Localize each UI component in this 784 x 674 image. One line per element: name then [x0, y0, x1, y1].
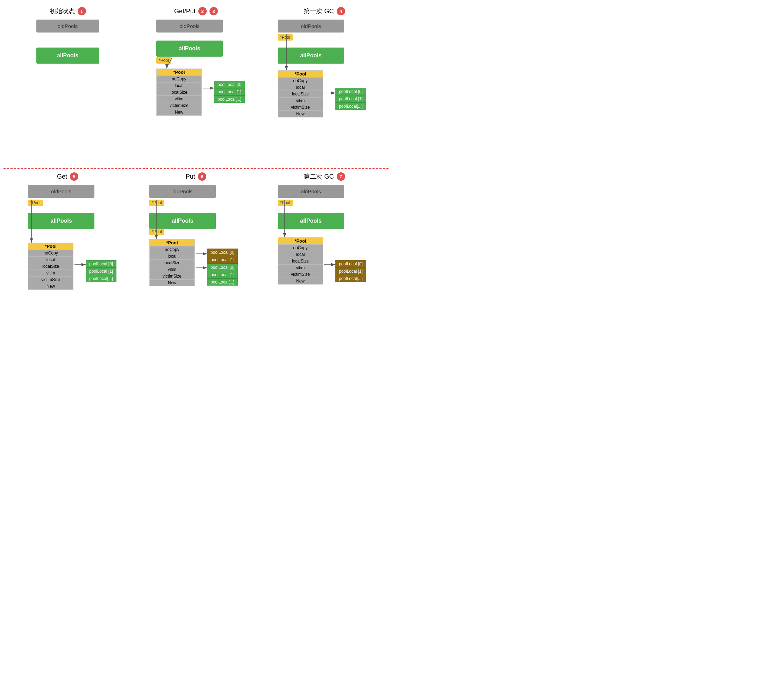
panel-6-poollist: poolLocal [0] poolLocal [1] poolLocal[..… [335, 260, 366, 282]
panel-3: 第一次 GC 4 oldPools *Pool allPools [260, 7, 389, 165]
panel-4: Get 5 oldPools *Pool allPools [3, 172, 132, 330]
allpools-box-1: allPools [36, 48, 99, 64]
panel-5-struct: *Pool noCopy local localSize vitim victi… [149, 239, 195, 286]
panel-4-badge: 5 [70, 172, 78, 181]
panel-6-allpools: allPools [278, 213, 344, 229]
panel-6-badge: 7 [337, 172, 345, 181]
oldpools-box-4: oldPools [28, 185, 95, 198]
oldpools-box-2: oldPools [156, 20, 223, 33]
panel-1-title: 初始状态 1 [50, 7, 86, 16]
panel-5-poollist-vitim: poolLocal [0] poolLocal [1] poolLocal[..… [207, 264, 238, 286]
oldpools-box-5: oldPools [149, 185, 216, 198]
panel-1-inner: oldPools allPools [11, 20, 125, 165]
oldpools-box-3: oldPools [278, 20, 344, 33]
panel-5-title: Put 6 [186, 172, 206, 181]
oldpools-box-1: oldPools [36, 20, 99, 33]
struct-header-4: *Pool [28, 243, 73, 250]
panel-1-badge: 1 [78, 7, 86, 16]
panel-2-badge3: 3 [210, 7, 218, 16]
allpools-box-3: allPools [278, 48, 344, 64]
panel-3-inner: oldPools *Pool allPools *Pool [267, 20, 381, 165]
panel-2-inner: oldPools allPools *Pool *Pool [139, 20, 253, 165]
panel-3-poollist: poolLocal [0] poolLocal [1] poolLocal[..… [335, 88, 366, 110]
panel-5-inner: oldPools *Pool allPools *Pool [139, 185, 253, 330]
panel-1-allpools: allPools [17, 48, 118, 64]
panel-1-oldpools: oldPools [17, 20, 118, 33]
panel-3-struct: *Pool noCopy local localSize vitim victi… [278, 70, 323, 118]
bottom-row: Get 5 oldPools *Pool allPools [0, 169, 392, 337]
struct-header-2: *Pool [157, 69, 201, 76]
panel-5-allpools: allPools [149, 213, 216, 229]
panel-3-allpools: allPools [278, 48, 344, 64]
oldpools-box-6: oldPools [278, 185, 344, 198]
panel-4-pool-label-old: *Pool [28, 200, 43, 206]
panel-6-pool-label-old: *Pool [278, 200, 293, 206]
panel-5-pool-label-old: *Pool [149, 200, 164, 206]
panel-2-allpools: allPools [156, 40, 223, 57]
panel-2-badge2: 2 [198, 7, 207, 16]
panel-6-struct: *Pool noCopy local localSize vitim victi… [278, 238, 323, 284]
struct-header-3: *Pool [278, 71, 323, 77]
panel-2: Get/Put 2 3 oldPools allPools [132, 7, 260, 165]
panel-6-title: 第二次 GC 7 [303, 172, 345, 181]
panel-4-title: Get 5 [57, 172, 78, 181]
top-row: 初始状态 1 oldPools allPools Get/Put [0, 0, 392, 168]
panel-4-allpools: allPools [28, 213, 95, 229]
panel-2-title: Get/Put 2 3 [174, 7, 218, 16]
panel-3-title: 第一次 GC 4 [303, 7, 345, 16]
panel-4-title-text: Get [57, 173, 67, 180]
panel-2-struct: *Pool noCopy local localSize vitim victi… [156, 68, 202, 116]
allpools-box-4: allPools [28, 213, 95, 229]
panel-2-oldpools: oldPools [156, 20, 223, 33]
panel-1-title-text: 初始状态 [50, 7, 75, 16]
panel-2-poollist: poolLocal [0] poolLocal [1] poolLocal[..… [214, 81, 245, 103]
main-container: 初始状态 1 oldPools allPools Get/Put [0, 0, 392, 337]
panel-5-oldpools: oldPools [149, 185, 216, 198]
panel-6-oldpools: oldPools [278, 185, 344, 198]
panel-4-struct: *Pool noCopy local localSize vitim victi… [28, 242, 73, 290]
panel-6-inner: oldPools *Pool allPools *Pool [267, 185, 381, 330]
allpools-box-5: allPools [149, 213, 216, 229]
panel-5: Put 6 oldPools *Pool allPools [132, 172, 260, 330]
panel-3-title-text: 第一次 GC [303, 7, 334, 16]
panel-3-oldpools: oldPools [278, 20, 344, 33]
struct-header-6: *Pool [278, 238, 323, 244]
panel-5-pool-label-all: *Pool [149, 228, 164, 235]
struct-header-5: *Pool [150, 239, 194, 246]
panel-3-badge: 4 [337, 7, 345, 16]
panel-2-title-text: Get/Put [174, 8, 196, 15]
panel-1: 初始状态 1 oldPools allPools [3, 7, 132, 165]
allpools-box-2: allPools [156, 40, 223, 57]
panel-3-pool-label-old: *Pool [278, 34, 293, 40]
panel-6-title-text: 第二次 GC [303, 172, 334, 181]
allpools-box-6: allPools [278, 213, 344, 229]
panel-4-inner: oldPools *Pool allPools *Pool [11, 185, 125, 330]
panel-5-badge: 6 [198, 172, 206, 181]
panel-4-oldpools: oldPools [28, 185, 95, 198]
panel-6: 第二次 GC 7 oldPools *Pool allPools [260, 172, 389, 330]
panel-2-pool-label-1: *Pool [156, 57, 171, 64]
panel-4-poollist: poolLocal [0] poolLocal [1] poolLocal[..… [86, 260, 117, 282]
panel-5-title-text: Put [186, 173, 195, 180]
